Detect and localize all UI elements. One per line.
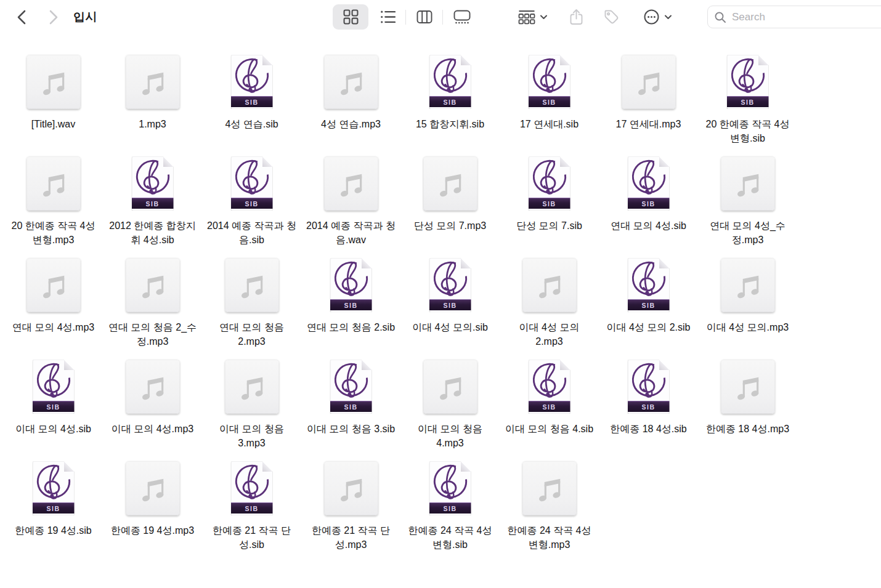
- sib-badge: SIB: [429, 96, 471, 107]
- file-icon-area: [423, 359, 478, 414]
- forward-button[interactable]: [44, 7, 63, 27]
- sibelius-file-icon: SIB: [231, 156, 273, 211]
- file-item[interactable]: SIB 15 합창지휘.sib: [400, 54, 500, 156]
- file-item[interactable]: 한예종 24 작곡 4성변형.mp3: [500, 461, 599, 562]
- sibelius-file-icon: SIB: [727, 55, 769, 109]
- file-item[interactable]: SIB 이대 모의 4성.sib: [4, 359, 103, 461]
- file-item[interactable]: SIB 4성 연습.sib: [202, 54, 301, 156]
- sibelius-file-icon: SIB: [330, 258, 372, 312]
- file-name: 4성 연습.mp3: [321, 117, 381, 131]
- toolbar: 입시: [0, 0, 881, 34]
- file-item[interactable]: 연대 모의 4성_수정.mp3: [698, 156, 797, 257]
- back-button[interactable]: [12, 7, 31, 27]
- file-icon-area: SIB: [621, 359, 676, 414]
- file-item[interactable]: 연대 모의 청음2.mp3: [202, 257, 301, 359]
- search-icon: [714, 11, 726, 23]
- page-fold: [362, 258, 372, 268]
- file-item[interactable]: SIB 2012 한예종 합창지휘 4성.sib: [103, 156, 202, 257]
- audio-file-icon: [324, 461, 378, 515]
- view-gallery-button[interactable]: [448, 4, 476, 30]
- file-item[interactable]: 한예종 18 4성.mp3: [698, 359, 797, 461]
- sib-badge: SIB: [727, 96, 769, 107]
- file-icon-area: SIB: [323, 359, 379, 414]
- file-item[interactable]: SIB 한예종 21 작곡 단성.sib: [202, 461, 301, 562]
- file-item[interactable]: 이대 모의 청음4.mp3: [400, 359, 500, 461]
- search-field[interactable]: [707, 6, 881, 28]
- music-note-icon: [233, 266, 271, 304]
- music-note-icon: [134, 63, 172, 101]
- file-item[interactable]: SIB 한예종 24 작곡 4성변형.sib: [400, 461, 500, 562]
- file-item[interactable]: 4성 연습.mp3: [301, 54, 400, 156]
- file-name: 1.mp3: [139, 117, 166, 131]
- file-item[interactable]: SIB 연대 모의 4성.sib: [599, 156, 698, 257]
- sib-badge: SIB: [33, 401, 75, 412]
- file-name: 한예종 18 4성.mp3: [706, 422, 789, 436]
- music-note-icon: [729, 266, 767, 304]
- file-item[interactable]: SIB 단성 모의 7.sib: [500, 156, 599, 257]
- file-item[interactable]: SIB 20 한예종 작곡 4성변형.sib: [698, 54, 797, 156]
- file-icon-area: SIB: [522, 156, 577, 211]
- file-item[interactable]: SIB 이대 모의 청음 3.sib: [301, 359, 400, 461]
- page-fold: [461, 55, 471, 65]
- toolbar-divider: [442, 10, 443, 25]
- file-icon-area: [26, 257, 81, 313]
- file-item[interactable]: SIB 2014 예종 작곡과 청음.sib: [202, 156, 301, 257]
- sib-badge: SIB: [330, 401, 372, 412]
- audio-file-icon: [126, 258, 180, 312]
- audio-file-icon: [126, 461, 180, 515]
- view-icons-button[interactable]: [333, 4, 368, 30]
- file-item[interactable]: 연대 모의 청음 2_수정.mp3: [103, 257, 202, 359]
- sibelius-file-icon: SIB: [628, 258, 670, 312]
- page-fold: [560, 360, 570, 370]
- file-item[interactable]: SIB 한예종 19 4성.sib: [4, 461, 103, 562]
- page-fold: [659, 360, 670, 370]
- file-icon-area: [224, 257, 280, 313]
- file-item[interactable]: 이대 모의 4성.mp3: [103, 359, 202, 461]
- sib-badge: SIB: [628, 198, 670, 209]
- search-input[interactable]: [731, 10, 881, 24]
- music-note-icon: [332, 63, 370, 101]
- file-item[interactable]: SIB 이대 모의 청음 4.sib: [500, 359, 599, 461]
- grid-view-icon: [343, 9, 359, 25]
- file-name: 이대 모의 청음4.mp3: [418, 422, 482, 450]
- file-item[interactable]: 1.mp3: [103, 54, 202, 156]
- more-options-button[interactable]: [637, 4, 678, 30]
- audio-file-icon: [26, 55, 81, 109]
- file-item[interactable]: 한예종 19 4성.mp3: [103, 461, 202, 562]
- file-name: 단성 모의 7.mp3: [414, 219, 486, 233]
- file-item[interactable]: 이대 4성 모의2.mp3: [500, 257, 599, 359]
- view-list-button[interactable]: [375, 4, 400, 30]
- view-columns-button[interactable]: [412, 4, 437, 30]
- file-item[interactable]: SIB 17 연세대.sib: [500, 54, 599, 156]
- file-item[interactable]: [Title].wav: [4, 54, 103, 156]
- file-name: 단성 모의 7.sib: [516, 219, 582, 233]
- file-icon-area: [125, 257, 181, 313]
- file-item[interactable]: 한예종 21 작곡 단성.mp3: [301, 461, 400, 562]
- file-item[interactable]: 연대 모의 4성.mp3: [4, 257, 103, 359]
- file-item[interactable]: 2014 예종 작곡과 청음.wav: [301, 156, 400, 257]
- file-item[interactable]: SIB 이대 4성 모의 2.sib: [599, 257, 698, 359]
- file-icon-area: SIB: [423, 461, 478, 516]
- file-item[interactable]: 20 한예종 작곡 4성변형.mp3: [4, 156, 103, 257]
- file-item[interactable]: 17 연세대.mp3: [599, 54, 698, 156]
- share-button[interactable]: [565, 4, 587, 30]
- page-fold: [163, 156, 174, 167]
- file-item[interactable]: SIB 한예종 18 4성.sib: [599, 359, 698, 461]
- music-note-icon: [431, 164, 469, 203]
- file-name: 2014 예종 작곡과 청음.sib: [207, 219, 296, 247]
- file-item[interactable]: 단성 모의 7.mp3: [400, 156, 500, 257]
- file-icon-area: [621, 54, 676, 110]
- file-item[interactable]: SIB 연대 모의 청음 2.sib: [301, 257, 400, 359]
- tag-button[interactable]: [600, 4, 622, 30]
- sib-badge: SIB: [529, 198, 570, 209]
- file-item[interactable]: 이대 4성 모의.mp3: [698, 257, 797, 359]
- file-icon-area: SIB: [720, 54, 776, 110]
- file-name: 17 연세대.mp3: [616, 117, 681, 131]
- group-by-button[interactable]: [511, 4, 553, 30]
- page-fold: [560, 55, 570, 65]
- file-item[interactable]: SIB 이대 4성 모의.sib: [400, 257, 500, 359]
- music-note-icon: [530, 469, 569, 507]
- file-icon-area: [522, 257, 577, 313]
- file-name: 2014 예종 작곡과 청음.wav: [306, 219, 396, 247]
- file-item[interactable]: 이대 모의 청음3.mp3: [202, 359, 301, 461]
